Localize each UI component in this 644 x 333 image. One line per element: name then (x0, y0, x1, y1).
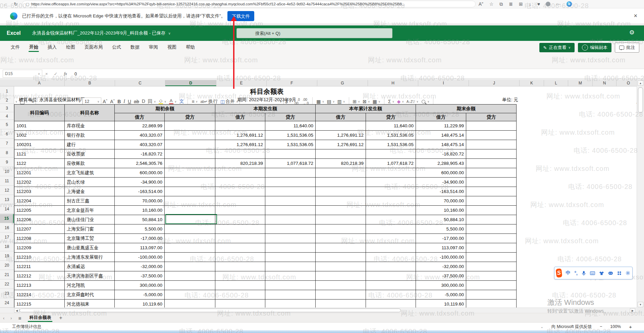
cell-d[interactable] (165, 159, 215, 168)
cell-name[interactable]: 北京飞拓建筑 (65, 168, 115, 178)
cell-h[interactable] (366, 187, 416, 196)
cell-d[interactable] (165, 140, 215, 149)
read-aloud-icon[interactable]: A” (479, 0, 483, 8)
row-header-21[interactable]: 21 (0, 270, 14, 279)
cell-d[interactable] (165, 243, 215, 253)
cell-d[interactable] (165, 149, 215, 159)
cell-i[interactable]: -5,000.00 (416, 290, 466, 299)
header-debit[interactable]: 借方 (215, 113, 265, 121)
currency-unit-label[interactable]: 单位: 元 (463, 97, 518, 103)
cell-d[interactable] (165, 206, 215, 215)
cell-name[interactable]: 昆山长绿 (65, 178, 115, 187)
selected-cell-outline[interactable] (165, 214, 217, 224)
cell-j[interactable] (466, 271, 517, 281)
more-menu-icon[interactable]: ⋯ (556, 0, 561, 8)
cell-j[interactable] (466, 140, 517, 149)
cell-g[interactable] (316, 178, 366, 187)
header-credit[interactable]: 贷方 (366, 113, 416, 121)
horizontal-scrollbar[interactable]: ◀ ▶ (0, 308, 637, 313)
row-header-11[interactable]: 11 (0, 177, 14, 186)
cell-name[interactable]: 建行 (65, 140, 115, 149)
cell-f[interactable] (265, 196, 316, 206)
cell-g[interactable] (316, 224, 366, 234)
cell-name[interactable]: 唐山佳佳门业 (65, 215, 115, 224)
collections-icon[interactable]: ⊞ (519, 0, 523, 8)
cell-name[interactable]: 天津滨海新区平鑫 (65, 271, 115, 281)
cell-c[interactable]: 22,869.99 (115, 121, 165, 131)
cell-e[interactable] (215, 168, 265, 178)
ime-punctuation-icon[interactable]: °, (575, 270, 578, 276)
cell-i[interactable]: 70,000.00 (416, 196, 466, 206)
cell-g[interactable]: 1,276,691.12 (316, 131, 366, 140)
cell-c[interactable]: -17,000.00 (115, 234, 165, 243)
cell-e[interactable]: 820,218.39 (215, 159, 265, 168)
scroll-up-icon[interactable]: ▲ (638, 80, 643, 86)
cell-e[interactable]: 1,276,691.12 (215, 131, 265, 140)
row-header-12[interactable]: 12 (0, 186, 14, 195)
row-header-6[interactable]: 6 (0, 130, 14, 139)
cell-code[interactable]: 112206 (14, 215, 65, 224)
cell-i[interactable]: -17,000.00 (416, 234, 466, 243)
workbook-stats-label[interactable]: 工作簿统计信息 (12, 324, 42, 330)
cell-c[interactable]: -5,000.00 (115, 290, 165, 299)
zoom-level[interactable]: 100% (610, 324, 621, 329)
cell-code[interactable]: 112204 (14, 196, 65, 206)
search-input[interactable]: 搜索(Alt + Q) (236, 28, 392, 38)
cell-d[interactable] (165, 290, 215, 299)
column-header-M[interactable]: M (568, 80, 593, 86)
cell-code[interactable]: 112208 (14, 234, 65, 243)
row-header-10[interactable]: 10 (0, 167, 14, 176)
cell-f[interactable] (265, 271, 316, 281)
cell-name[interactable]: 应收账款 (65, 159, 115, 168)
row-header-8[interactable]: 8 (0, 148, 14, 157)
cell-j[interactable] (466, 243, 517, 253)
cell-i[interactable]: -163,514.00 (416, 187, 466, 196)
refresh-icon[interactable]: ↻ (14, 0, 18, 8)
cell-d[interactable] (165, 281, 215, 290)
ribbon-tab-数据[interactable]: 数据 (126, 41, 144, 54)
split-screen-icon[interactable]: ⧉ (499, 0, 503, 8)
ribbon-tab-页面布局[interactable]: 页面布局 (80, 41, 107, 54)
cell-c[interactable]: 50,884.10 (115, 215, 165, 224)
cell-h[interactable] (366, 215, 416, 224)
cell-f[interactable]: 1,077,618.72 (265, 159, 316, 168)
cell-f[interactable] (265, 290, 316, 299)
cell-e[interactable] (215, 262, 265, 271)
cell-c[interactable]: 5,500.00 (115, 224, 165, 234)
cell-e[interactable] (215, 215, 265, 224)
cell-j[interactable] (466, 196, 517, 206)
cell-i[interactable]: 600,000.00 (416, 168, 466, 178)
chevron-down-icon[interactable]: ⌄ (540, 325, 543, 329)
cell-j[interactable] (466, 224, 517, 234)
cell-c[interactable]: -163,514.00 (115, 187, 165, 196)
header-debit[interactable]: 借方 (316, 113, 366, 121)
cell-code[interactable]: 112205 (14, 206, 65, 215)
cell-f[interactable] (265, 187, 316, 196)
column-header-H[interactable]: H (368, 80, 418, 86)
cell-h[interactable] (366, 178, 416, 187)
cell-name[interactable]: 北京隆博工贸 (65, 234, 115, 243)
cell-i[interactable]: 11,229.99 (416, 121, 466, 131)
cell-g[interactable]: 820,218.39 (316, 159, 366, 168)
back-icon[interactable]: ← (3, 0, 8, 8)
all-sheets-icon[interactable]: ≡ (18, 315, 21, 321)
column-header-N[interactable]: N (593, 80, 616, 86)
cell-name[interactable]: 库存现金 (65, 121, 115, 131)
cell-e[interactable] (215, 234, 265, 243)
cell-d[interactable] (165, 262, 215, 271)
cell-g[interactable] (316, 168, 366, 178)
column-header-I[interactable]: I (418, 80, 469, 86)
ime-assistant-icon[interactable] (608, 271, 613, 275)
row-header-15[interactable]: 15 (0, 214, 14, 223)
cell-d[interactable] (165, 271, 215, 281)
cell-g[interactable] (316, 253, 366, 262)
header-code[interactable]: 科目编码 (14, 105, 65, 121)
cell-c[interactable]: 2,546,305.76 (115, 159, 165, 168)
header-debit[interactable]: 借方 (416, 113, 466, 121)
cell-name[interactable]: 应收票据 (65, 149, 115, 159)
cell-h[interactable] (366, 196, 416, 206)
favorites-list-icon[interactable]: ≣ (509, 0, 513, 8)
cell-c[interactable]: 403,320.07 (115, 131, 165, 140)
scroll-down-icon[interactable]: ▼ (638, 302, 643, 307)
header-current-period[interactable]: 本期发生额 (215, 105, 316, 113)
